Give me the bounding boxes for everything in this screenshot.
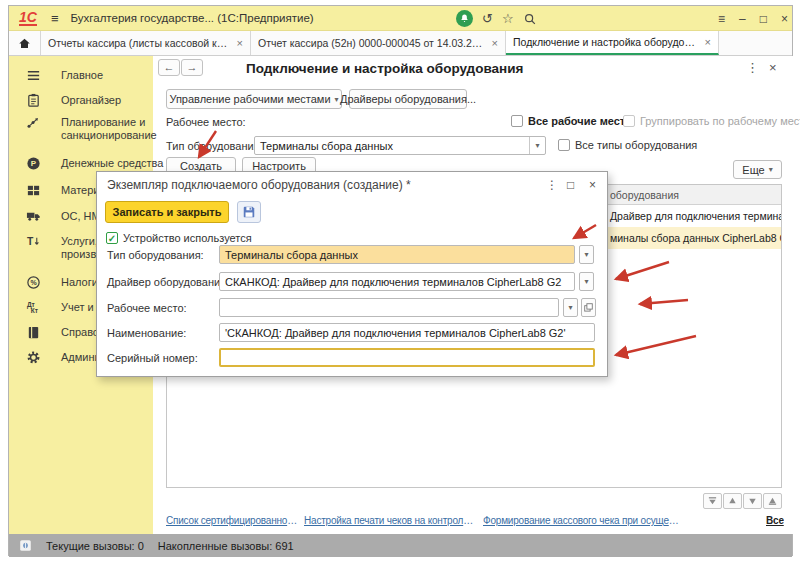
serial-number-field[interactable] (219, 348, 595, 367)
minimize-icon[interactable]: – (739, 12, 746, 26)
all-workplaces-label: Все рабочие места (528, 115, 631, 127)
favorites-star-icon[interactable]: ☆ (502, 11, 514, 26)
tab-bar: Отчеты кассира (листы кассовой книги) × … (9, 31, 792, 56)
window-menu-icon[interactable]: ≡ (718, 12, 725, 26)
workplace-field-label: Рабочее место: (107, 302, 187, 314)
sidebar-item-main[interactable]: Главное (9, 68, 153, 94)
app-window: 1С ≡ Бухгалтерия государстве... (1С:Пред… (8, 5, 793, 556)
close-tab-icon[interactable]: × (492, 37, 498, 49)
accumulated-calls: Накопленные вызовы: 691 (158, 540, 294, 552)
chevron-down-icon: ▾ (335, 95, 339, 104)
tab-equipment-settings[interactable]: Подключение и настройка оборудования × (506, 31, 719, 55)
name-field[interactable]: 'СКАНКОД: Драйвер для подключения термин… (219, 323, 595, 342)
equipment-type-label: Тип оборудования: (166, 140, 263, 152)
svg-text:%: % (30, 279, 37, 286)
equipment-type-select[interactable]: Терминалы сбора данных ▾ (254, 136, 546, 155)
row-down-icon[interactable] (743, 493, 762, 509)
workplace-field[interactable] (219, 298, 559, 317)
accounting-icon: ДтКт (26, 300, 41, 315)
driver-dropdown-icon[interactable]: ▾ (579, 272, 594, 291)
history-icon[interactable]: ↺ (482, 11, 493, 26)
all-types-label: Все типы оборудования (575, 139, 697, 151)
chevron-down-icon[interactable]: ▾ (529, 137, 545, 154)
link-certified-equipment[interactable]: Список сертифицированного о... (166, 515, 298, 526)
close-tab-icon[interactable]: × (237, 37, 243, 49)
svg-text:Т: Т (27, 236, 34, 247)
planning-icon (26, 115, 41, 130)
group-by-workplace-label: Группировать по рабочему месту (640, 115, 800, 127)
floppy-icon (242, 205, 256, 219)
money-icon: P (26, 156, 41, 171)
type-dropdown-icon[interactable]: ▾ (579, 245, 594, 264)
chevron-down-icon: ▾ (769, 165, 773, 174)
page-more-icon[interactable]: ⋮ (746, 60, 759, 75)
workplace-label: Рабочее место: (166, 116, 246, 128)
device-used-label: Устройство используется (123, 232, 252, 244)
tab-cashier-reports[interactable]: Отчеты кассира (листы кассовой книги) × (41, 31, 251, 55)
row-up-icon[interactable] (723, 493, 742, 509)
name-field-label: Наименование: (107, 327, 186, 339)
hamburger-icon (26, 68, 41, 83)
gear-icon (26, 350, 41, 365)
page-title: Подключение и настройка оборудования (246, 61, 523, 76)
all-types-checkbox[interactable] (558, 139, 570, 151)
save-and-close-button[interactable]: Записать и закрыть (105, 201, 229, 223)
current-calls: Текущие вызовы: 0 (46, 540, 144, 552)
page-close-icon[interactable]: × (769, 60, 777, 75)
dialog-more-icon[interactable]: ⋮ (546, 178, 558, 192)
truck-icon (26, 209, 41, 224)
serial-field-label: Серийный номер: (107, 352, 198, 364)
svg-text:Кт: Кт (31, 307, 39, 314)
dialog-maximize-icon[interactable]: □ (567, 178, 574, 192)
back-button[interactable]: ← (158, 59, 180, 76)
close-tab-icon[interactable]: × (705, 36, 711, 48)
tab-cashier-report-document[interactable]: Отчет кассира (52н) 0000-000045 от 14.03… (251, 31, 506, 55)
svg-text:P: P (31, 159, 37, 168)
all-workplaces-checkbox[interactable] (511, 115, 523, 127)
equipment-drivers-button[interactable]: Драйверы оборудования... (349, 89, 467, 109)
driver-field-label: Драйвер оборудования: (107, 276, 229, 288)
organizer-icon (26, 93, 41, 108)
dialog-close-icon[interactable]: × (589, 178, 596, 192)
group-by-workplace-checkbox (623, 115, 635, 127)
titlebar: 1С ≡ Бухгалтерия государстве... (1С:Пред… (9, 6, 792, 31)
maximize-icon[interactable]: □ (760, 12, 767, 26)
status-bar: Текущие вызовы: 0 Накопленные вызовы: 69… (9, 534, 792, 557)
more-button[interactable]: Еще ▾ (733, 160, 782, 179)
home-tab[interactable] (9, 31, 41, 55)
device-used-checkbox[interactable]: ✓ (106, 232, 118, 244)
type-field[interactable]: Терминалы сбора данных (219, 245, 575, 264)
search-icon[interactable] (523, 12, 537, 26)
workplace-open-icon[interactable] (581, 298, 596, 317)
link-receipt-print-setup[interactable]: Настройка печати чеков на контрольно-к..… (304, 515, 476, 526)
equipment-instance-dialog: Экземпляр подключаемого оборудования (со… (96, 171, 608, 377)
dialog-title: Экземпляр подключаемого оборудования (со… (107, 178, 411, 192)
services-icon: Т (26, 234, 41, 249)
calls-icon (19, 539, 32, 552)
taxes-icon: % (26, 275, 41, 290)
link-all[interactable]: Все (766, 515, 784, 526)
go-first-row-icon[interactable] (703, 493, 722, 509)
driver-field[interactable]: СКАНКОД: Драйвер для подключения термина… (219, 272, 575, 291)
materials-icon (26, 183, 41, 198)
notifications-icon[interactable] (456, 10, 473, 27)
close-window-icon[interactable]: × (781, 12, 788, 26)
main-menu-icon[interactable]: ≡ (51, 11, 59, 26)
save-button[interactable] (237, 201, 261, 223)
go-last-row-icon[interactable] (763, 493, 782, 509)
manage-workplaces-button[interactable]: Управление рабочими местами ▾ (166, 89, 342, 109)
link-cash-receipt-generation[interactable]: Формирование кассового чека при осуществ… (483, 515, 679, 526)
home-icon (18, 37, 31, 50)
workplace-dropdown-icon[interactable]: ▾ (563, 298, 578, 317)
book-icon (26, 325, 41, 340)
forward-button[interactable]: → (181, 59, 203, 76)
app-title: Бухгалтерия государстве... (1С:Предприят… (71, 12, 314, 24)
type-field-label: Тип оборудования: (107, 249, 204, 261)
1c-logo: 1С (19, 11, 37, 26)
sidebar-item-planning[interactable]: Планирование исанкционирование (9, 115, 153, 153)
